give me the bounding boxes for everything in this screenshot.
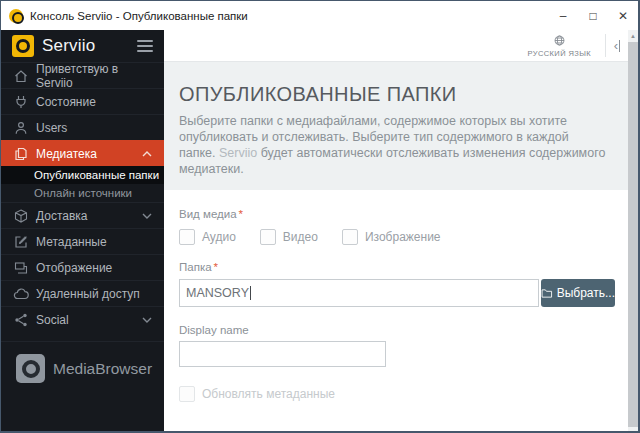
required-asterisk: * bbox=[239, 208, 243, 220]
chevron-up-icon bbox=[142, 151, 152, 157]
browse-button[interactable]: Выбрать... bbox=[541, 279, 615, 307]
image-label: Изображение bbox=[365, 230, 441, 244]
sidebar-item-welcome[interactable]: Приветствую в Serviio bbox=[1, 62, 164, 88]
folder-icon bbox=[541, 288, 553, 299]
required-asterisk: * bbox=[214, 261, 218, 273]
screens-icon bbox=[13, 260, 29, 276]
page-header: ОПУБЛИКОВАННЫЕ ПАПКИ Выберите папки с ме… bbox=[164, 62, 628, 190]
language-selector[interactable]: РУССКИЙ ЯЗЫК bbox=[514, 30, 605, 61]
maximize-button[interactable]: □ bbox=[578, 1, 608, 30]
minimize-button[interactable]: – bbox=[548, 1, 578, 30]
sidebar-item-metadata[interactable]: Метаданные bbox=[1, 228, 164, 254]
window-controls: – □ ✕ bbox=[548, 1, 638, 30]
audio-option: Аудио bbox=[179, 229, 236, 245]
sidebar-item-social[interactable]: Social bbox=[1, 306, 164, 332]
sidebar-item-delivery[interactable]: Доставка bbox=[1, 202, 164, 228]
page-description: Выберите папки с медиафайлами, содержимо… bbox=[179, 113, 608, 177]
sidebar-item-label: Отображение bbox=[36, 261, 112, 275]
image-option: Изображение bbox=[342, 229, 441, 245]
scroll-up-arrow-icon[interactable]: ▲ bbox=[628, 30, 638, 42]
sidebar-item-label: Приветствую в Serviio bbox=[36, 62, 152, 90]
vertical-scrollbar[interactable]: ▲ bbox=[628, 30, 638, 431]
edit-icon bbox=[13, 234, 29, 250]
sidebar-item-label: Состояние bbox=[36, 95, 96, 109]
sidebar-brand: Serviio bbox=[1, 30, 164, 62]
share-icon bbox=[13, 312, 29, 328]
scrollbar-thumb[interactable] bbox=[628, 42, 638, 427]
sidebar-item-label: Доставка bbox=[36, 209, 88, 223]
mediabrowser-banner[interactable]: MediaBrowser bbox=[1, 341, 164, 383]
sidebar-item-presentation[interactable]: Отображение bbox=[1, 254, 164, 280]
brand-mention: Serviio bbox=[219, 146, 257, 160]
update-metadata-label: Обновлять метаданные bbox=[202, 387, 335, 401]
sidebar-item-label: Медиатека bbox=[36, 147, 97, 161]
folder-path-value: MANSORY bbox=[186, 286, 249, 300]
sidebar-item-library[interactable]: Медиатека bbox=[1, 140, 164, 166]
hamburger-menu-icon[interactable] bbox=[137, 40, 153, 52]
page-content: ОПУБЛИКОВАННЫЕ ПАПКИ Выберите папки с ме… bbox=[164, 62, 628, 431]
top-bar: РУССКИЙ ЯЗЫК ‹ bbox=[164, 30, 628, 62]
collapse-panel-button[interactable]: ‹ bbox=[606, 30, 628, 61]
sidebar-item-status[interactable]: Состояние bbox=[1, 88, 164, 114]
video-checkbox[interactable] bbox=[260, 229, 276, 245]
plug-icon bbox=[13, 94, 29, 110]
sidebar: Serviio Приветствую в Serviio Состояние … bbox=[1, 30, 164, 431]
sidebar-subitem-shared-folders[interactable]: Опубликованные папки bbox=[1, 166, 164, 184]
app-window: Консоль Serviio - Опубликованные папки –… bbox=[0, 0, 640, 433]
title-bar: Консоль Serviio - Опубликованные папки –… bbox=[1, 1, 638, 30]
sidebar-item-label: Метаданные bbox=[36, 235, 107, 249]
folder-label: Папка* bbox=[179, 261, 615, 273]
folder-field-row: MANSORY Выбрать... bbox=[179, 279, 615, 307]
video-label: Видео bbox=[283, 230, 318, 244]
library-icon bbox=[13, 146, 29, 162]
sidebar-subitem-online-sources[interactable]: Онлайн источники bbox=[1, 184, 164, 202]
media-type-options: Аудио Видео Изображение bbox=[179, 229, 615, 245]
sidebar-item-label: Users bbox=[36, 121, 67, 135]
serviio-logo-icon bbox=[12, 35, 34, 57]
image-checkbox[interactable] bbox=[342, 229, 358, 245]
users-access-label: Users with access bbox=[179, 429, 615, 431]
sidebar-item-users[interactable]: Users bbox=[1, 114, 164, 140]
sidebar-subitem-label: Онлайн источники bbox=[34, 187, 132, 199]
cloud-icon bbox=[13, 286, 29, 302]
globe-icon bbox=[553, 34, 566, 47]
display-name-label: Display name bbox=[179, 324, 615, 336]
sidebar-item-label: Удаленный доступ bbox=[36, 287, 140, 301]
folder-path-input[interactable]: MANSORY bbox=[179, 279, 539, 307]
page-title: ОПУБЛИКОВАННЫЕ ПАПКИ bbox=[179, 83, 608, 106]
display-name-input[interactable] bbox=[179, 341, 386, 367]
audio-label: Аудио bbox=[202, 230, 236, 244]
box-icon bbox=[13, 208, 29, 224]
sidebar-item-label: Social bbox=[36, 313, 69, 327]
serviio-app-icon bbox=[9, 9, 23, 23]
update-metadata-option: Обновлять метаданные bbox=[179, 386, 615, 402]
language-label: РУССКИЙ ЯЗЫК bbox=[528, 49, 591, 58]
mediabrowser-logo-icon bbox=[16, 354, 45, 383]
update-metadata-checkbox[interactable] bbox=[179, 386, 195, 402]
shared-folder-form: Вид медиа* Аудио Видео Изображение bbox=[164, 190, 628, 431]
close-button[interactable]: ✕ bbox=[608, 1, 638, 30]
brand-name: Serviio bbox=[42, 36, 95, 56]
video-option: Видео bbox=[260, 229, 318, 245]
chevron-down-icon bbox=[142, 213, 152, 219]
text-caret bbox=[250, 286, 251, 300]
audio-checkbox[interactable] bbox=[179, 229, 195, 245]
sidebar-subitem-label: Опубликованные папки bbox=[34, 169, 159, 181]
user-icon bbox=[13, 120, 29, 136]
home-icon bbox=[13, 68, 29, 84]
window-title: Консоль Serviio - Опубликованные папки bbox=[30, 10, 248, 22]
sidebar-item-remote-access[interactable]: Удаленный доступ bbox=[1, 280, 164, 306]
media-type-label: Вид медиа* bbox=[179, 208, 615, 220]
main-area: РУССКИЙ ЯЗЫК ‹ ОПУБЛИКОВАННЫЕ ПАПКИ Выбе… bbox=[164, 30, 628, 431]
mediabrowser-label: MediaBrowser bbox=[53, 360, 152, 378]
chevron-down-icon bbox=[142, 317, 152, 323]
